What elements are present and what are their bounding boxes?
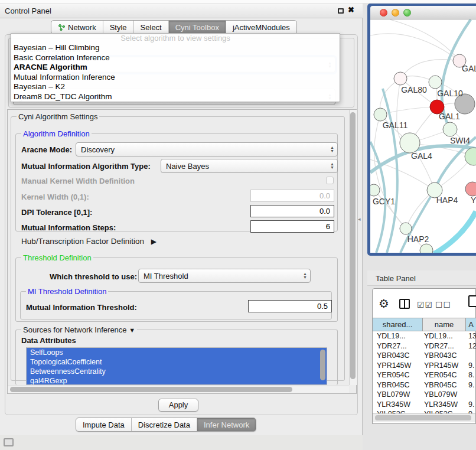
column-header-shared-name[interactable]: shared... xyxy=(373,318,423,331)
collapsed-panel-icon[interactable] xyxy=(4,438,14,446)
cell: YPR145W xyxy=(423,361,466,371)
node-gal10[interactable] xyxy=(429,76,442,89)
popup-item-aracne[interactable]: ARACNE Algorithm xyxy=(11,63,340,73)
select-all-checkboxes-icon[interactable]: ☑☑ xyxy=(417,300,433,309)
table-row[interactable]: YBR043C YBR043C xyxy=(373,351,476,361)
document-icon[interactable] xyxy=(468,295,476,307)
cell: YBL079W xyxy=(373,390,423,400)
node-gal80[interactable] xyxy=(394,72,407,85)
algorithm-dropdown-popup: Select algorithm to view settings Bayesi… xyxy=(11,33,340,102)
tab-infer-network[interactable]: Infer Network xyxy=(197,418,256,431)
network-cyan-edge xyxy=(434,211,476,253)
table-row[interactable]: YER054C YER054C 8. xyxy=(373,370,476,380)
column-header-name[interactable]: name xyxy=(423,318,466,331)
node-label: GAL xyxy=(462,64,476,73)
tab-impute-data[interactable]: Impute Data xyxy=(76,418,131,431)
list-item-betweennesscentrality[interactable]: BetweennessCentrality xyxy=(27,367,327,376)
stepper-icon: ▲▼ xyxy=(330,162,334,169)
settings-horizontal-scrollbar-thumb[interactable] xyxy=(10,387,292,392)
zoom-traffic-light[interactable] xyxy=(403,9,411,17)
algorithm-definition-title: Algorithm Definition xyxy=(21,129,92,138)
node-swi4[interactable] xyxy=(443,122,457,136)
node-green-large[interactable] xyxy=(465,148,476,165)
cell: YDR27... xyxy=(373,341,423,351)
cell: YBL079W xyxy=(423,390,466,400)
table-row[interactable]: YPR145W YPR145W 9. xyxy=(373,361,476,371)
settings-vertical-scrollbar-thumb[interactable] xyxy=(350,112,356,379)
cell: YER054C xyxy=(373,370,423,380)
node-label: HAP4 xyxy=(436,195,458,205)
cell: YPR145W xyxy=(373,361,423,371)
mi-type-value: Naive Bayes xyxy=(166,162,209,171)
node-label: Y xyxy=(471,195,476,205)
splitter-handle[interactable]: ◂ xyxy=(358,216,362,222)
cell xyxy=(466,390,476,400)
network-node-labels: GAL GAL80 GAL10 GAL1 GAL11 SWI4 GAL4 GCY… xyxy=(373,64,476,244)
popup-item-bayesian-hill-climbing[interactable]: Bayesian – Hill Climbing xyxy=(11,43,340,53)
close-traffic-light[interactable] xyxy=(380,9,387,17)
cell: YBR043C xyxy=(423,351,466,361)
table-row[interactable]: YDL19... YDL19... 13 xyxy=(373,331,476,341)
attributes-list-scrollbar[interactable] xyxy=(320,350,325,380)
table-row[interactable]: YBR045C YBR045C 9. xyxy=(373,380,476,390)
popup-item-bayesian-k2[interactable]: Bayesian – K2 xyxy=(11,82,340,92)
tab-discretize-data[interactable]: Discretize Data xyxy=(131,418,197,431)
list-item-gal4rgexp[interactable]: gal4RGexp xyxy=(27,376,327,385)
manual-kernel-checkbox[interactable] xyxy=(326,177,334,184)
application-window: Control Panel ✖ Network Style Select Cyn… xyxy=(0,0,476,450)
which-threshold-value: MI Threshold xyxy=(144,272,188,281)
node-gal11[interactable] xyxy=(374,108,387,121)
table-row[interactable]: YIL052C YIL052C 9 xyxy=(373,409,476,413)
node-label: GAL80 xyxy=(401,85,427,94)
aracne-mode-combo[interactable]: Discovery ▲▼ xyxy=(76,142,338,156)
column-header-partial[interactable]: A xyxy=(466,318,476,331)
minimize-traffic-light[interactable] xyxy=(392,9,399,17)
list-item-selfloops[interactable]: SelfLoops xyxy=(27,348,327,357)
stepper-icon: ▲▼ xyxy=(303,272,307,279)
threshold-definition-title: Threshold Definition xyxy=(21,253,93,262)
tab-cyni-toolbox[interactable]: Cyni Toolbox xyxy=(168,21,226,34)
popup-item-basic-correlation[interactable]: Basic Correlation Inference xyxy=(11,53,340,63)
columns-icon[interactable] xyxy=(399,299,410,309)
node-hap2[interactable] xyxy=(400,223,412,234)
control-panel-titlebar[interactable] xyxy=(0,4,363,18)
deselect-all-checkboxes-icon[interactable]: ☐☐ xyxy=(435,300,451,309)
which-threshold-label: Which threshold to use: xyxy=(50,272,137,281)
popup-hint: Select algorithm to view settings xyxy=(11,34,340,43)
float-window-icon[interactable] xyxy=(338,8,344,14)
tab-jactivemnodules[interactable]: jActiveMNodules xyxy=(226,21,296,34)
table-row[interactable]: YLR345W YLR345W 9. xyxy=(373,400,476,410)
popup-item-dream8[interactable]: Dream8 DC_TDC Algorithm xyxy=(11,92,340,102)
which-threshold-combo[interactable]: MI Threshold ▲▼ xyxy=(138,269,311,283)
mi-steps-label: Mutual Information Steps: xyxy=(21,223,116,232)
cell: 9. xyxy=(466,400,476,410)
node-bottom-partial[interactable] xyxy=(420,244,433,253)
tab-network[interactable]: Network xyxy=(51,21,103,34)
mi-steps-field[interactable]: 6 xyxy=(250,220,334,233)
mi-type-combo[interactable]: Naive Bayes ▲▼ xyxy=(161,159,338,173)
cell: YBR045C xyxy=(423,380,466,390)
kernel-width-field[interactable]: 0.0 xyxy=(250,190,334,202)
tab-select[interactable]: Select xyxy=(133,21,168,34)
cell: YLR345W xyxy=(373,400,423,410)
dpi-tolerance-field[interactable]: 0.0 xyxy=(250,205,334,217)
popup-item-mutual-information[interactable]: Mutual Information Inference xyxy=(11,73,340,83)
node-label: GAL11 xyxy=(383,120,408,130)
attributes-list: SelfLoops TopologicalCoefficient Between… xyxy=(26,347,327,385)
node-gcy1[interactable] xyxy=(370,184,380,196)
close-icon[interactable]: ✖ xyxy=(348,5,354,14)
table-row[interactable]: YDR27... YDR27... 12 xyxy=(373,341,476,351)
table-row[interactable]: YBL079W YBL079W xyxy=(373,390,476,400)
tab-style[interactable]: Style xyxy=(103,21,133,34)
node-salmon[interactable] xyxy=(465,182,476,196)
hub-definition-label: Hub/Transcription Factor Definition xyxy=(21,237,144,246)
sources-group-toggle[interactable]: Sources for Network Inference ▼ xyxy=(21,325,137,334)
hub-definition-toggle[interactable]: Hub/Transcription Factor Definition ▶ xyxy=(21,237,157,246)
list-item-topologicalcoefficient[interactable]: TopologicalCoefficient xyxy=(27,357,327,367)
node-gal4[interactable] xyxy=(400,133,420,153)
table-horizontal-scrollbar-thumb[interactable] xyxy=(375,415,471,420)
cyni-algorithm-settings-title: Cyni Algorithm Settings xyxy=(17,112,99,121)
apply-button[interactable]: Apply xyxy=(158,399,198,412)
mi-threshold-field[interactable]: 0.5 xyxy=(248,300,332,312)
gear-icon[interactable]: ⚙ xyxy=(379,296,389,311)
